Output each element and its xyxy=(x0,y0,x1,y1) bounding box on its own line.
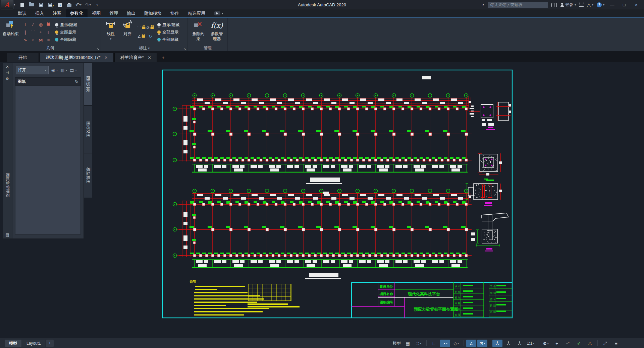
grid-display-toggle[interactable]: ▦ xyxy=(403,340,413,347)
ribbon-tab-默认[interactable]: 默认 xyxy=(13,9,31,17)
sign-in-button[interactable]: 登录 ▾ xyxy=(560,2,576,8)
plot-button[interactable]: ▥▾ xyxy=(60,68,67,73)
chevron-down-icon[interactable]: ▾ xyxy=(446,342,447,345)
ribbon-tab-附加模块[interactable]: 附加模块 xyxy=(140,9,166,17)
search-collapse-icon[interactable]: ▸ xyxy=(483,3,484,6)
graphics-performance-toggle[interactable]: ✔ xyxy=(574,340,584,347)
chevron-down-icon[interactable]: ▾ xyxy=(484,342,485,345)
geometry-show-all-button[interactable]: 全部显示 xyxy=(55,29,77,35)
details-button[interactable]: ▤▾ xyxy=(70,68,76,73)
close-tab-icon[interactable]: ✕ xyxy=(148,55,151,60)
annotation-autoscale-toggle[interactable]: 人 xyxy=(503,340,514,347)
coincident-constraint-icon[interactable]: ○ xyxy=(29,36,37,44)
geometry-show-hide-button[interactable]: 显示/隐藏 xyxy=(55,22,77,28)
aligned-constraint-button[interactable]: 对齐 xyxy=(120,19,135,45)
plot-icon[interactable] xyxy=(65,1,73,8)
smooth-constraint-icon[interactable]: ∿ xyxy=(21,36,29,44)
palette-tab-模型视图[interactable]: 模型视图 xyxy=(84,153,92,198)
clean-screen-toggle[interactable]: ⤢ xyxy=(600,340,610,347)
sheet-set-open-dropdown[interactable]: 打开... ▾ xyxy=(16,66,49,74)
chevron-down-icon[interactable]: ▾ xyxy=(458,342,459,345)
angular-constraint-icon[interactable]: ∠ xyxy=(137,32,146,41)
dimension-show-hide-button[interactable]: 显示/隐藏 xyxy=(157,22,179,28)
linear-dropdown-icon[interactable]: ▾ xyxy=(110,37,112,42)
manage-panel-label[interactable]: 管理 xyxy=(188,45,227,51)
file-tab-3[interactable]: 种羊培育舍*✕ xyxy=(114,53,157,62)
help-button[interactable]: ?▾ xyxy=(597,2,604,7)
palette-autohide-icon[interactable]: ⊣ xyxy=(6,71,9,77)
ortho-toggle[interactable]: ∟ xyxy=(429,340,439,347)
horizontal-constraint-icon[interactable]: ≈ xyxy=(37,28,45,36)
autodesk-apps-button[interactable]: △▾ xyxy=(587,2,593,7)
convert-constraint-icon[interactable]: ↻ xyxy=(146,32,155,41)
isolate-objects-toggle[interactable]: ▫° xyxy=(563,340,573,347)
ribbon-tab-协作[interactable]: 协作 xyxy=(166,9,183,17)
annotation-scale-button[interactable]: 1:1▾ xyxy=(526,340,536,347)
ribbon-tab-视图[interactable]: 视图 xyxy=(88,9,105,17)
hardware-warning-icon[interactable]: ⚠ xyxy=(585,340,595,347)
dimension-dialog-launcher-icon[interactable]: ↘ xyxy=(183,47,186,51)
help-search-input[interactable] xyxy=(488,2,548,8)
symmetric-constraint-icon[interactable]: ⋈ xyxy=(37,36,45,44)
isometric-drafting-toggle[interactable]: ◇▾ xyxy=(451,340,461,347)
concentric-constraint-icon[interactable]: ◎ xyxy=(37,21,45,28)
palette-close-icon[interactable]: ✕ xyxy=(6,65,9,71)
annotation-visibility-toggle[interactable]: 人 xyxy=(492,340,502,347)
cad-drawing[interactable]: 建设单位项目名称图纸编号现代化高科技平台预应力砼管桩平面布置图设 计制 图校 对… xyxy=(0,62,644,338)
save-icon[interactable] xyxy=(37,1,45,8)
object-snap-toggle[interactable]: ⊡▾ xyxy=(477,340,487,347)
app-menu-chevron-icon[interactable]: ▾ xyxy=(14,3,15,6)
save-as-icon[interactable] xyxy=(47,1,54,8)
palette-tab-图纸视图[interactable]: 图纸视图 xyxy=(84,106,92,153)
undo-icon[interactable]: ↶▾ xyxy=(75,1,82,8)
new-file-icon[interactable] xyxy=(18,1,26,8)
collinear-constraint-icon[interactable]: ∕ xyxy=(29,21,37,28)
chevron-down-icon[interactable]: ▾ xyxy=(533,342,534,345)
geometry-dialog-launcher-icon[interactable]: ↘ xyxy=(97,47,99,51)
parallel-constraint-icon[interactable]: ∥ xyxy=(21,28,29,36)
open-file-icon[interactable] xyxy=(28,1,35,8)
fix-constraint-icon[interactable] xyxy=(45,21,52,28)
equal-constraint-icon[interactable]: = xyxy=(45,36,52,44)
qat-customize-icon[interactable]: ▿ xyxy=(94,1,101,8)
diameter-constraint-icon[interactable]: ⊘ xyxy=(146,23,155,32)
ribbon-overflow-button[interactable]: ▾ xyxy=(214,9,223,17)
annotation-scale-icon[interactable]: 人 xyxy=(515,340,525,347)
geometry-panel-label[interactable]: 几何 xyxy=(0,45,101,51)
dimension-show-all-button[interactable]: 全部显示 xyxy=(157,29,179,35)
polar-tracking-toggle[interactable]: ◔▾ xyxy=(440,340,450,347)
workspace-switching-button[interactable]: ⚙▾ xyxy=(541,340,551,347)
ribbon-tab-管理[interactable]: 管理 xyxy=(105,9,122,17)
vertical-constraint-icon[interactable]: ‖ xyxy=(45,28,52,36)
auto-constrain-button[interactable]: 自动约束 xyxy=(3,19,19,45)
close-tab-icon[interactable]: ✕ xyxy=(104,55,108,60)
minimize-button[interactable]: — xyxy=(608,2,616,7)
chevron-down-icon[interactable]: ▾ xyxy=(420,342,421,345)
new-layout-button[interactable]: + xyxy=(46,340,54,347)
layout-tab-模型[interactable]: 模型 xyxy=(5,340,21,347)
ribbon-tab-注释[interactable]: 注释 xyxy=(48,9,66,17)
ribbon-tab-插入[interactable]: 插入 xyxy=(31,9,48,17)
ribbon-tab-精选应用[interactable]: 精选应用 xyxy=(183,9,210,17)
model-space-toggle[interactable]: 模型 xyxy=(392,340,402,347)
app-store-button[interactable] xyxy=(579,3,584,7)
linear-constraint-button[interactable]: 线性 ▾ xyxy=(104,19,118,45)
dimension-panel-label[interactable]: 标注 ▾ xyxy=(101,45,187,51)
ribbon-tab-参数化[interactable]: 参数化 xyxy=(66,9,88,17)
app-logo-icon[interactable]: A xyxy=(1,0,13,9)
close-button[interactable]: × xyxy=(632,2,641,7)
new-drawing-tab-button[interactable]: + xyxy=(158,53,169,62)
palette-properties-icon[interactable]: ⚙ xyxy=(6,77,9,83)
annotation-monitor-toggle[interactable]: + xyxy=(552,340,562,347)
object-snap-tracking-toggle[interactable]: ∠ xyxy=(466,340,476,347)
chevron-down-icon[interactable]: ▾ xyxy=(547,342,549,345)
layout-tab-Layout1[interactable]: Layout1 xyxy=(22,340,45,347)
tangent-constraint-icon[interactable]: ⌒ xyxy=(29,28,37,36)
radial-constraint-icon[interactable]: ⌒ xyxy=(137,23,146,32)
ribbon-tab-输出[interactable]: 输出 xyxy=(122,9,140,17)
delete-constraints-button[interactable]: ✕ 删除约束 xyxy=(191,19,206,45)
export-icon[interactable] xyxy=(56,1,63,8)
geometry-hide-all-button[interactable]: 全部隐藏 xyxy=(55,37,77,43)
snap-mode-toggle[interactable]: ∷▾ xyxy=(414,340,424,347)
search-button[interactable] xyxy=(551,3,557,6)
